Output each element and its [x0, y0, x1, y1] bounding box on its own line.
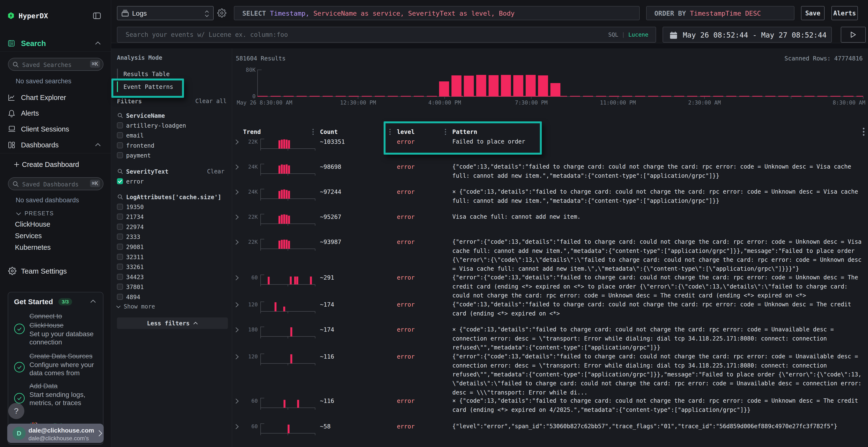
- filter-option-2333[interactable]: 2333: [117, 232, 223, 242]
- histogram-bar[interactable]: [526, 75, 535, 97]
- filter-option-19350[interactable]: 19350: [117, 203, 223, 212]
- get-started-item[interactable]: Connect to ClickHouseSet up your databas…: [14, 312, 94, 346]
- create-dashboard-button[interactable]: Create Dashboard: [14, 161, 100, 168]
- sidebar-item-dashboards[interactable]: Dashboards: [0, 139, 111, 151]
- checkbox[interactable]: [117, 152, 123, 158]
- saved-searches-input[interactable]: Saved Searches ⌘K: [8, 58, 103, 71]
- filter-option-4894[interactable]: 4894: [117, 293, 223, 302]
- expand-chevron-icon[interactable]: [235, 327, 239, 333]
- user-menu[interactable]: D dale@clickhouse.com dale@clickhouse.co…: [7, 424, 104, 443]
- checkbox[interactable]: [117, 264, 123, 270]
- search-icon[interactable]: [117, 169, 123, 174]
- get-started-item[interactable]: Create Data SourcesConfigure where your …: [14, 352, 94, 377]
- histogram-bar[interactable]: [538, 75, 548, 97]
- get-started-item[interactable]: Add DataStart sending logs, metrics, or …: [14, 381, 94, 407]
- histogram-bar[interactable]: [513, 75, 523, 97]
- clear-filter-button[interactable]: Clear: [207, 168, 224, 175]
- level-cell: error: [397, 238, 415, 246]
- histogram-bar[interactable]: [489, 75, 498, 97]
- analysis-mode-label: Analysis Mode: [117, 55, 162, 61]
- checkbox[interactable]: [117, 294, 123, 300]
- chevron-up-icon[interactable]: [95, 41, 101, 45]
- no-saved-dashboards-text: No saved dashboards: [16, 197, 79, 204]
- preset-item-services[interactable]: Services: [15, 232, 42, 240]
- filter-option-37801[interactable]: 37801: [117, 282, 223, 291]
- histogram-bar[interactable]: [551, 83, 560, 97]
- sidebar-item-alerts[interactable]: Alerts: [0, 107, 111, 119]
- expand-chevron-icon[interactable]: [235, 398, 239, 404]
- expand-chevron-icon[interactable]: [235, 275, 239, 281]
- sidebar-item-chart-explorer[interactable]: Chart Explorer: [0, 91, 111, 104]
- less-filters-button[interactable]: Less filters: [117, 317, 228, 329]
- search-icon[interactable]: [117, 194, 123, 200]
- language-option-sql[interactable]: SQL: [608, 32, 618, 38]
- filter-option-email[interactable]: email: [117, 131, 223, 140]
- filter-option-34423[interactable]: 34423: [117, 273, 223, 282]
- column-header-count[interactable]: Count: [320, 128, 338, 135]
- sparkline-bar: [281, 140, 283, 148]
- order-by-box[interactable]: ORDER BY TimestampTime DESC: [646, 6, 795, 20]
- checkbox[interactable]: [117, 142, 123, 148]
- search-icon[interactable]: [117, 113, 123, 118]
- expand-chevron-icon[interactable]: [235, 214, 239, 220]
- filter-option-label: 4894: [126, 294, 140, 301]
- checkbox[interactable]: [117, 224, 123, 230]
- date-range-picker[interactable]: May 26 08:52:44 - May 27 08:52:44: [662, 27, 832, 43]
- expand-chevron-icon[interactable]: [235, 424, 239, 429]
- run-query-button[interactable]: [841, 27, 866, 43]
- collapse-sidebar-button[interactable]: [93, 12, 101, 19]
- checkbox[interactable]: [117, 234, 123, 240]
- filter-option-32311[interactable]: 32311: [117, 253, 223, 262]
- alerts-button[interactable]: Alerts: [831, 6, 858, 20]
- checkbox[interactable]: [117, 122, 123, 128]
- filter-option-29081[interactable]: 29081: [117, 243, 223, 252]
- checkbox[interactable]: [117, 274, 123, 280]
- source-select[interactable]: Logs: [117, 6, 214, 20]
- filter-option-frontend[interactable]: frontend: [117, 141, 223, 150]
- preset-item-kubernetes[interactable]: Kubernetes: [15, 243, 51, 251]
- checkbox[interactable]: [117, 244, 123, 250]
- save-button[interactable]: Save: [801, 6, 825, 20]
- histogram-bar[interactable]: [452, 75, 461, 97]
- expand-chevron-icon[interactable]: [235, 354, 239, 359]
- histogram-bar[interactable]: [439, 81, 449, 97]
- filter-option-artillery-loadgen[interactable]: artillery-loadgen: [117, 121, 223, 130]
- sidebar-item-search[interactable]: Search: [21, 39, 46, 48]
- language-option-lucene[interactable]: Lucene: [628, 32, 648, 38]
- checkbox[interactable]: [117, 284, 123, 290]
- help-button[interactable]: ?: [8, 403, 24, 419]
- histogram-bar[interactable]: [464, 76, 474, 97]
- filter-option-payment[interactable]: payment: [117, 151, 223, 160]
- checkbox[interactable]: [117, 214, 123, 220]
- filter-option-error[interactable]: error: [117, 177, 223, 186]
- expand-chevron-icon[interactable]: [235, 239, 239, 245]
- preset-item-clickhouse[interactable]: ClickHouse: [15, 220, 51, 228]
- filter-option-33261[interactable]: 33261: [117, 263, 223, 272]
- event-search-input[interactable]: Search your events w/ Lucene ex. column:…: [117, 27, 656, 43]
- column-grip-icon[interactable]: [312, 129, 314, 135]
- histogram-bar[interactable]: [476, 75, 486, 97]
- filter-option-22974[interactable]: 22974: [117, 222, 223, 232]
- column-header-trend[interactable]: Trend: [243, 128, 261, 135]
- expand-chevron-icon[interactable]: [235, 302, 239, 308]
- table-menu-icon[interactable]: [863, 127, 865, 137]
- checkbox[interactable]: [117, 132, 123, 138]
- checkbox[interactable]: [117, 204, 123, 210]
- checkbox[interactable]: [117, 254, 123, 260]
- source-settings-button[interactable]: [217, 8, 226, 18]
- search-icon: [117, 194, 123, 200]
- expand-chevron-icon[interactable]: [235, 139, 239, 145]
- expand-chevron-icon[interactable]: [235, 164, 239, 170]
- checkbox-checked[interactable]: [117, 178, 123, 184]
- saved-dashboards-input[interactable]: Saved Dashboards ⌘K: [8, 177, 103, 190]
- filter-option-21734[interactable]: 21734: [117, 212, 223, 221]
- avatar: D: [12, 427, 26, 440]
- clear-all-button[interactable]: Clear all: [195, 98, 227, 105]
- sidebar-item-label: Dashboards: [21, 141, 59, 149]
- sidebar-item-team-settings[interactable]: Team Settings: [21, 267, 67, 275]
- sql-query-box[interactable]: SELECT Timestamp, ServiceName as service…: [234, 6, 640, 20]
- expand-chevron-icon[interactable]: [235, 189, 239, 195]
- sidebar-item-client-sessions[interactable]: Client Sessions: [0, 123, 111, 135]
- histogram-bar[interactable]: [501, 75, 511, 97]
- chevron-up-icon[interactable]: [90, 300, 96, 303]
